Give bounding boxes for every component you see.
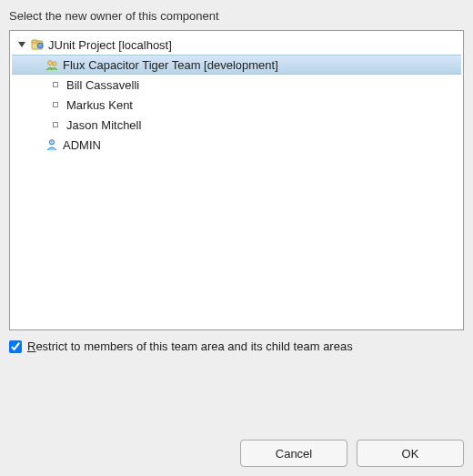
tree-node-team[interactable]: Flux Capacitor Tiger Team [development] (12, 55, 461, 75)
tree-node-admin[interactable]: ADMIN (12, 135, 461, 155)
project-icon (30, 37, 45, 52)
team-icon (45, 57, 59, 72)
svg-rect-7 (54, 103, 58, 107)
cancel-button[interactable]: Cancel (240, 440, 347, 467)
tree-node-label: Jason Mitchell (66, 118, 141, 132)
expander-placeholder (30, 138, 43, 151)
svg-marker-0 (18, 42, 25, 47)
restrict-checkbox-row: Restrict to members of this team area an… (9, 339, 464, 353)
svg-point-4 (48, 61, 53, 66)
svg-rect-6 (54, 83, 58, 87)
bullet-icon (48, 77, 63, 92)
restrict-label[interactable]: Restrict to members of this team area an… (27, 339, 353, 353)
ok-button[interactable]: OK (357, 440, 464, 467)
svg-point-9 (49, 140, 54, 145)
svg-point-5 (53, 62, 56, 66)
tree-node-label: Markus Kent (66, 98, 133, 112)
tree-node-label: Flux Capacitor Tiger Team [development] (63, 58, 278, 72)
dialog-title: Select the new owner of this component (9, 9, 464, 23)
expander-icon[interactable] (15, 38, 28, 51)
tree-node-member[interactable]: Jason Mitchell (12, 115, 461, 135)
user-icon (45, 137, 59, 152)
tree-node-label: JUnit Project [localhost] (48, 38, 172, 52)
svg-point-3 (37, 43, 43, 48)
tree-node-member[interactable]: Bill Cassavelli (12, 75, 461, 95)
restrict-checkbox[interactable] (9, 340, 22, 353)
owner-tree[interactable]: JUnit Project [localhost] Flux Capacitor… (9, 30, 464, 330)
tree-node-project[interactable]: JUnit Project [localhost] (12, 35, 461, 55)
tree-node-label: ADMIN (63, 138, 101, 152)
svg-rect-8 (54, 123, 58, 127)
expander-placeholder (30, 58, 43, 71)
button-bar: Cancel OK (9, 430, 464, 467)
bullet-icon (48, 117, 63, 132)
tree-node-member[interactable]: Markus Kent (12, 95, 461, 115)
tree-node-label: Bill Cassavelli (66, 78, 139, 92)
bullet-icon (48, 97, 63, 112)
svg-rect-2 (32, 40, 37, 43)
